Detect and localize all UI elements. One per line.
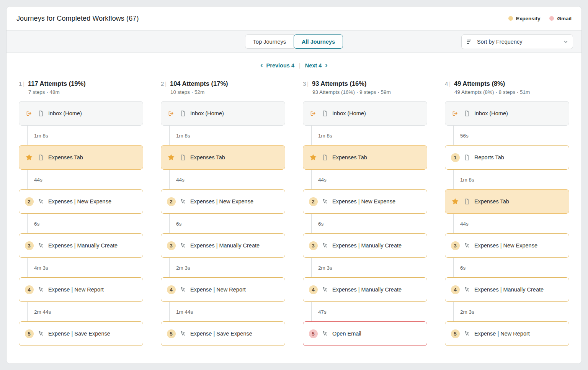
cursor-click-icon: [180, 198, 186, 205]
step-card[interactable]: 2Expenses | New Expense: [161, 189, 285, 214]
start-marker: [167, 110, 176, 117]
previous-page-link[interactable]: Previous 4: [260, 62, 294, 69]
step-card[interactable]: Expenses Tab: [303, 145, 427, 170]
step-gap: 6s: [27, 214, 143, 233]
step-label: Expenses Tab: [190, 154, 225, 160]
journey-column-4: 4|49 Attempts (8%)49 Attempts (8%) · 8 s…: [445, 80, 569, 346]
step-card[interactable]: 5Open Email: [303, 321, 427, 346]
sort-label: Sort by Frequency: [477, 39, 560, 45]
step-number: 4: [451, 285, 460, 294]
step-number-marker: 2: [24, 197, 34, 206]
step-card[interactable]: 4Expenses | Manually Create: [303, 277, 427, 302]
step-card[interactable]: 3Expenses | New Expense: [445, 233, 569, 258]
step-card[interactable]: Expenses Tab: [19, 145, 143, 170]
cursor-click-icon: [38, 242, 44, 249]
step-number: 2: [167, 197, 176, 206]
step-gap: 56s: [453, 126, 569, 145]
next-page-link[interactable]: Next 4: [305, 62, 329, 69]
step-label: Expense | Save Expense: [190, 331, 252, 337]
step-number: 4: [167, 285, 176, 294]
gap-duration: 2m 44s: [34, 309, 51, 314]
journey-subtitle: 10 steps · 52m: [170, 89, 285, 95]
exit-icon: [167, 110, 175, 117]
step-gap: 6s: [311, 214, 427, 233]
sort-dropdown[interactable]: Sort by Frequency: [461, 34, 573, 49]
start-marker: [309, 110, 318, 117]
journey-column-2: 2|104 Attempts (17%)10 steps · 52mInbox …: [161, 80, 285, 346]
journey-header: 4|49 Attempts (8%)49 Attempts (8%) · 8 s…: [445, 80, 569, 95]
journey-steps: Inbox (Home)56s1Reports Tab1m 8sExpenses…: [445, 101, 569, 346]
chevron-right-icon: [324, 63, 328, 68]
step-label: Expenses Tab: [332, 154, 367, 160]
step-number-marker: 2: [309, 197, 318, 206]
step-number-marker: 5: [309, 329, 318, 338]
next-label: Next 4: [305, 62, 322, 69]
journey-subtitle: 7 steps · 48m: [28, 89, 143, 95]
legend-item-gmail: Gmail: [549, 16, 572, 21]
step-number: 2: [25, 197, 34, 206]
step-card[interactable]: 5Expense | Save Expense: [161, 321, 285, 346]
journey-steps: Inbox (Home)1m 8sExpenses Tab44s2Expense…: [161, 101, 285, 346]
step-label: Expenses | New Expense: [190, 198, 253, 205]
gap-duration: 6s: [176, 221, 181, 226]
cursor-click-icon: [464, 330, 470, 337]
step-card[interactable]: 5Expense | Save Expense: [19, 321, 143, 346]
step-gap: 4m 3s: [27, 258, 143, 277]
gmail-dot-icon: [549, 16, 554, 21]
step-card[interactable]: 2Expenses | New Expense: [19, 189, 143, 214]
document-icon: [464, 154, 470, 161]
journey-header: 1|117 Attempts (19%)7 steps · 48m: [19, 80, 143, 95]
step-card[interactable]: Inbox (Home): [19, 101, 143, 126]
step-card[interactable]: 2Expenses | New Expense: [303, 189, 427, 214]
step-number: 4: [309, 285, 318, 294]
step-label: Inbox (Home): [332, 110, 366, 116]
cursor-click-icon: [180, 242, 186, 249]
exit-icon: [25, 110, 33, 117]
exit-icon: [451, 110, 459, 117]
step-number: 5: [25, 329, 34, 338]
gap-duration: 1m 8s: [34, 133, 48, 138]
step-card[interactable]: Inbox (Home): [303, 101, 427, 126]
step-label: Expense | Save Expense: [48, 331, 110, 337]
document-icon: [322, 154, 328, 161]
legend-label-gmail: Gmail: [557, 16, 572, 21]
gap-duration: 1m 44s: [176, 309, 193, 314]
step-card[interactable]: 3Expenses | Manually Create: [303, 233, 427, 258]
start-marker: [24, 110, 34, 117]
step-card[interactable]: Expenses Tab: [161, 145, 285, 170]
step-card[interactable]: 3Expenses | Manually Create: [19, 233, 143, 258]
step-gap: 2m 3s: [311, 258, 427, 277]
step-card[interactable]: Expenses Tab: [445, 189, 569, 214]
gap-duration: 44s: [460, 221, 469, 226]
document-icon: [464, 198, 470, 205]
favorite-marker: [451, 198, 460, 205]
step-label: Expenses | New Expense: [48, 198, 111, 205]
document-icon: [38, 154, 44, 161]
journey-header: 2|104 Attempts (17%)10 steps · 52m: [161, 80, 285, 95]
step-card[interactable]: 4Expense | New Report: [161, 277, 285, 302]
journey-rank: 2: [161, 80, 164, 87]
step-card[interactable]: Inbox (Home): [445, 101, 569, 126]
step-gap: 2m 44s: [27, 302, 143, 321]
step-label: Expenses | Manually Create: [474, 287, 544, 293]
journey-title: 93 Attempts (16%): [312, 80, 366, 87]
tab-top-journeys[interactable]: Top Journeys: [245, 34, 294, 49]
step-label: Inbox (Home): [48, 110, 82, 116]
step-card[interactable]: 4Expense | New Report: [19, 277, 143, 302]
step-number-marker: 3: [309, 241, 318, 250]
gap-duration: 47s: [318, 309, 327, 314]
step-card[interactable]: Inbox (Home): [161, 101, 285, 126]
step-card[interactable]: 1Reports Tab: [445, 145, 569, 170]
gap-duration: 6s: [34, 221, 39, 226]
step-gap: 6s: [453, 258, 569, 277]
gap-duration: 44s: [318, 177, 327, 182]
cursor-click-icon: [464, 286, 470, 293]
step-card[interactable]: 5Expense | New Report: [445, 321, 569, 346]
rank-divider: |: [307, 81, 309, 87]
step-card[interactable]: 4Expenses | Manually Create: [445, 277, 569, 302]
step-number: 5: [167, 329, 176, 338]
journey-rank: 1: [19, 80, 22, 87]
journey-title: 49 Attempts (8%): [454, 80, 505, 87]
tab-all-journeys[interactable]: All Journeys: [294, 34, 343, 49]
step-card[interactable]: 3Expenses | Manually Create: [161, 233, 285, 258]
